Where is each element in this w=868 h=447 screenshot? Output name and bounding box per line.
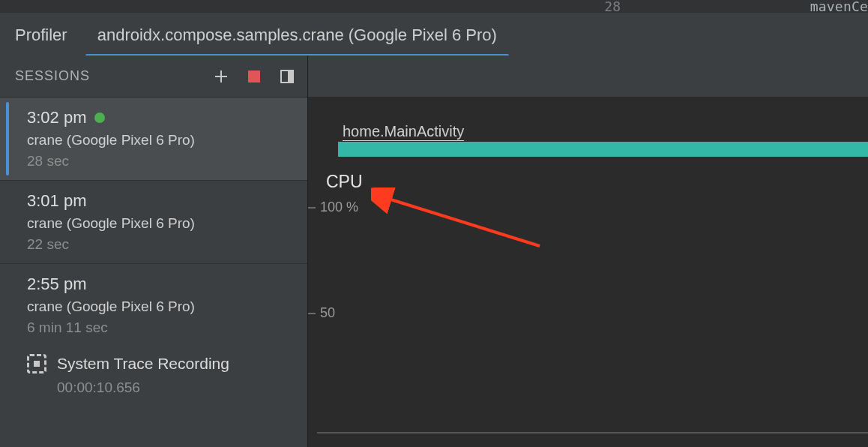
tab-process-label: androidx.compose.samples.crane (Google P… (97, 26, 497, 45)
add-session-button[interactable] (211, 67, 231, 86)
tab-profiler-label: Profiler (15, 26, 67, 45)
section-divider (317, 432, 868, 434)
trace-title: System Trace Recording (57, 355, 229, 373)
session-duration: 22 sec (27, 236, 295, 253)
session-time: 3:02 pm (27, 108, 87, 128)
session-device: crane (Google Pixel 6 Pro) (27, 132, 295, 148)
tab-profiler[interactable]: Profiler (0, 14, 82, 56)
profiler-chart-panel: home.MainActivity CPU 100 % 50 (308, 56, 868, 447)
sessions-heading: SESSIONS (15, 68, 198, 84)
sessions-list: 3:02 pm crane (Google Pixel 6 Pro) 28 se… (0, 98, 307, 447)
cpu-chip-icon (27, 354, 46, 374)
editor-code-fragment: mavenCe (810, 0, 868, 14)
trace-recording-item[interactable]: System Trace Recording (0, 346, 307, 378)
stop-session-button[interactable] (244, 67, 264, 86)
session-device: crane (Google Pixel 6 Pro) (27, 215, 295, 232)
session-item[interactable]: 3:02 pm crane (Google Pixel 6 Pro) 28 se… (0, 98, 307, 181)
session-device: crane (Google Pixel 6 Pro) (27, 298, 295, 315)
plus-icon (214, 69, 229, 84)
chart-toolbar (308, 56, 868, 98)
session-duration: 28 sec (27, 153, 295, 170)
activity-timeline-bar[interactable] (338, 142, 868, 157)
cpu-axis-tick-50: 50 (308, 305, 335, 321)
panel-toggle-icon (280, 70, 294, 83)
session-duration: 6 min 11 sec (27, 320, 295, 336)
editor-gutter-number: 28 (604, 0, 621, 14)
trace-duration: 00:00:10.656 (0, 378, 307, 406)
session-item[interactable]: 2:55 pm crane (Google Pixel 6 Pro) 6 min… (0, 264, 307, 346)
session-item[interactable]: 3:01 pm crane (Google Pixel 6 Pro) 22 se… (0, 181, 307, 264)
cpu-section-title[interactable]: CPU (326, 172, 363, 192)
stop-icon (248, 70, 260, 82)
profiler-tabs-bar: Profiler androidx.compose.samples.crane … (0, 14, 868, 56)
cpu-axis-tick-100: 100 % (308, 200, 358, 215)
toggle-panel-button[interactable] (277, 67, 297, 86)
editor-background-strip: 28 mavenCe (0, 0, 868, 14)
live-indicator-icon (94, 112, 105, 123)
sessions-panel: SESSIONS 3:02 pm crane (Google Pixel 6 P… (0, 56, 308, 447)
activity-label[interactable]: home.MainActivity (343, 123, 464, 141)
tab-process[interactable]: androidx.compose.samples.crane (Google P… (82, 14, 512, 56)
session-time: 2:55 pm (27, 274, 87, 294)
session-time: 3:01 pm (27, 191, 87, 211)
sessions-toolbar: SESSIONS (0, 56, 307, 98)
